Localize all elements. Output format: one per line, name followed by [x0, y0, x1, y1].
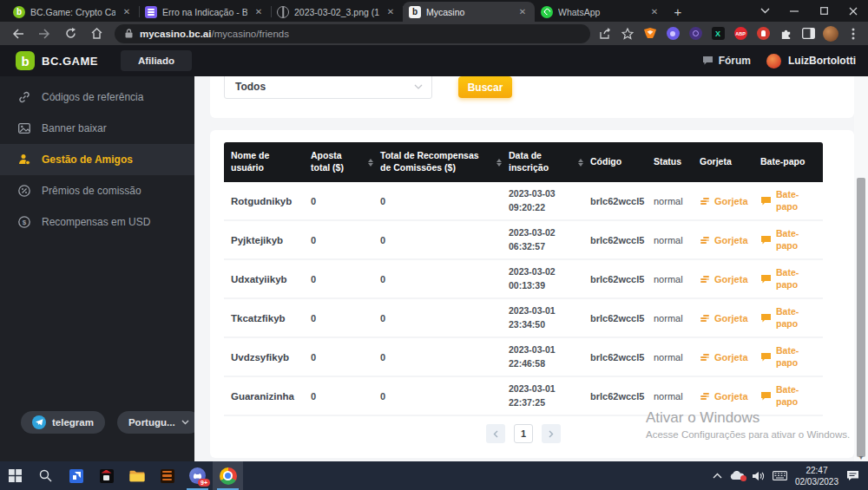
window-minimize-button[interactable] [779, 0, 809, 22]
pagination-prev-button[interactable] [486, 424, 505, 443]
telegram-button[interactable]: telegram [21, 411, 105, 434]
amd-radeon-app-icon[interactable] [61, 461, 91, 490]
username[interactable]: LuizBortolotti [788, 55, 856, 67]
tab-png-image[interactable]: 2023-03-02_3.png (1024×76 ✕ [271, 2, 403, 22]
column-header-data[interactable]: Data de inscrição [502, 150, 583, 173]
chat-link[interactable]: Bate-papo [753, 306, 823, 330]
cell-rewards-total: 0 [373, 274, 502, 284]
windows-taskbar: 9+ 22:47 02/03/2023 [0, 461, 868, 490]
onedrive-cloud-icon[interactable] [730, 471, 745, 480]
forum-link[interactable]: Fórum [702, 55, 751, 67]
tip-link[interactable]: Gorjeta [693, 196, 753, 206]
sidebar-item-premios-comissao[interactable]: Prêmios de comissão [0, 175, 194, 206]
purple-wallet-extension-icon[interactable] [665, 26, 681, 42]
window-maximize-button[interactable] [809, 0, 838, 22]
tab-close-icon[interactable]: ✕ [253, 6, 265, 18]
cell-rewards-total: 0 [373, 391, 502, 402]
filter-card: Todos Buscar [210, 76, 854, 118]
chat-link[interactable]: Bate-papo [753, 267, 823, 291]
home-button[interactable] [85, 23, 108, 44]
cell-code: brlc62wccl5 [583, 196, 647, 206]
user-avatar[interactable] [766, 54, 781, 69]
window-close-button[interactable] [838, 0, 868, 22]
address-bar[interactable]: mycasino.bc.ai/mycasino/friends [115, 24, 590, 43]
pagination-current-page[interactable]: 1 [514, 424, 533, 443]
chat-link[interactable]: Bate-papo [753, 189, 823, 212]
blocker-hand-extension-icon[interactable] [755, 26, 771, 42]
extensions-puzzle-icon[interactable] [778, 26, 793, 42]
tab-close-icon[interactable]: ✕ [121, 6, 133, 18]
cell-status: normal [647, 391, 693, 402]
back-button[interactable] [7, 23, 30, 44]
clock-date: 02/03/2023 [795, 476, 838, 487]
chat-link[interactable]: Bate-papo [753, 228, 823, 252]
tip-link[interactable]: Gorjeta [693, 352, 753, 363]
friend-type-select[interactable]: Todos [224, 76, 432, 99]
cell-rewards-total: 0 [373, 313, 502, 323]
tab-mycasino-active[interactable]: b Mycasino ✕ [403, 2, 535, 22]
search-button[interactable]: Buscar [458, 76, 512, 98]
language-select-button[interactable]: Portugu... [117, 411, 201, 434]
chat-link[interactable]: Bate-papo [753, 345, 823, 369]
tab-erro-indicacao[interactable]: Erro na Indicação - BC.Game ✕ [139, 2, 271, 22]
tip-link[interactable]: Gorjeta [693, 235, 753, 245]
dragon-center-app-icon[interactable] [91, 461, 122, 490]
telegram-icon [32, 415, 46, 429]
metamask-extension-icon[interactable] [642, 26, 658, 42]
tray-expand-chevron-icon[interactable] [713, 473, 722, 479]
start-button[interactable] [0, 461, 30, 490]
chevron-down-icon [414, 84, 423, 89]
column-header-codigo: Código [583, 156, 647, 168]
cell-bet-total: 0 [304, 352, 373, 363]
keyboard-icon[interactable] [773, 471, 787, 480]
tab-search-chevron-icon[interactable] [750, 0, 779, 22]
afiliado-button[interactable]: Afiliado [121, 50, 192, 71]
side-panel-icon[interactable] [800, 26, 816, 42]
taskbar-clock[interactable]: 22:47 02/03/2023 [795, 465, 838, 487]
browser-menu-icon[interactable] [845, 26, 861, 42]
tip-link[interactable]: Gorjeta [693, 274, 753, 284]
teal-x-extension-icon[interactable]: X [710, 26, 726, 42]
tip-link[interactable]: Gorjeta [693, 391, 753, 402]
new-tab-button[interactable]: + [667, 3, 689, 22]
tip-link[interactable]: Gorjeta [693, 313, 753, 323]
volume-icon[interactable] [753, 471, 765, 481]
column-header-aposta[interactable]: Aposta total ($) [304, 150, 373, 173]
cell-code: brlc62wccl5 [583, 391, 647, 402]
table-row: Uvdzsyfikyb 0 0 2023-03-01 22:46:58 brlc… [224, 338, 823, 377]
sidebar-item-banner-baixar[interactable]: Banner baixar [0, 113, 194, 144]
chrome-taskbar-icon[interactable] [213, 461, 243, 490]
stacked-bars-app-icon[interactable] [152, 461, 182, 490]
cell-status: normal [647, 313, 693, 323]
tab-bcgame[interactable]: b BC.Game: Crypto Casino Gam ✕ [7, 2, 139, 22]
sidebar-item-label: Recompensas em USD [42, 216, 150, 228]
cell-status: normal [647, 235, 693, 245]
reload-button[interactable] [59, 23, 82, 44]
sidebar-item-gestao-amigos[interactable]: Gestão de Amigos [0, 144, 194, 175]
action-center-icon[interactable] [846, 470, 859, 481]
scrollbar-thumb[interactable] [857, 178, 865, 457]
discord-app-icon[interactable]: 9+ [182, 461, 213, 490]
sidebar-item-label: Gestão de Amigos [42, 154, 133, 166]
browser-profile-avatar[interactable] [823, 26, 838, 42]
tab-close-icon[interactable]: ✕ [385, 6, 397, 18]
share-icon[interactable] [597, 26, 613, 42]
tab-whatsapp[interactable]: WhatsApp ✕ [535, 2, 667, 22]
chat-link[interactable]: Bate-papo [753, 384, 823, 408]
scrollbar-down-arrow[interactable]: ▼ [854, 454, 868, 461]
file-explorer-icon[interactable] [122, 461, 152, 490]
pagination-next-button[interactable] [542, 424, 561, 443]
bcgame-logo-icon[interactable]: b [16, 51, 35, 70]
sidebar-item-label: Banner baixar [42, 122, 107, 134]
tab-close-icon[interactable]: ✕ [648, 6, 661, 18]
cell-username: Pyjktejikyb [224, 235, 304, 245]
sidebar-item-recompensas-usd[interactable]: $ Recompensas em USD [0, 206, 194, 238]
sidebar-item-codigos-referencia[interactable]: Códigos de referência [0, 82, 194, 113]
dark-purple-extension-icon[interactable] [687, 26, 703, 42]
tab-close-icon[interactable]: ✕ [516, 6, 529, 18]
forward-button[interactable] [33, 23, 56, 44]
taskbar-search-icon[interactable] [30, 461, 61, 490]
adblock-plus-extension-icon[interactable]: ABP [733, 26, 748, 42]
column-header-recompensas[interactable]: Total de Recompensas de Comissões ($) [373, 150, 502, 173]
bookmark-star-icon[interactable] [620, 26, 635, 42]
